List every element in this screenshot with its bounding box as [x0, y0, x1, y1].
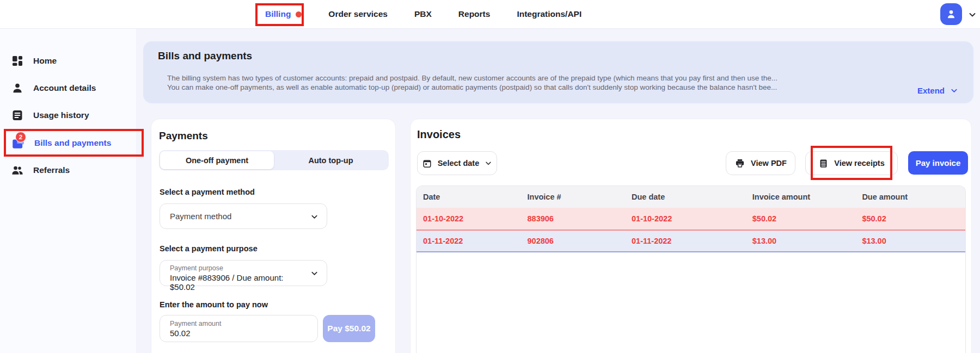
payments-title: Payments [159, 130, 208, 142]
column-header-due-amount: Due amount [855, 186, 965, 208]
bills-notification-badge: 2 [15, 132, 26, 143]
payment-amount-value: 50.02 [170, 329, 310, 338]
view-pdf-label: View PDF [751, 159, 787, 168]
cell-invoice-amount: $13.00 [746, 231, 856, 251]
cell-invoice-number: 902806 [521, 231, 626, 251]
banner-title: Bills and payments [158, 50, 252, 62]
view-receipts-button[interactable]: View receipts [805, 151, 898, 175]
chevron-down-icon [310, 213, 318, 221]
invoice-row-883906[interactable]: 01-10-2022 883906 01-10-2022 $50.02 $50.… [416, 208, 965, 231]
nav-label-order-services: Order services [328, 9, 388, 19]
cell-invoice-number: 883906 [521, 208, 626, 230]
sidebar-label-bills-and-payments: Bills and payments [34, 138, 111, 148]
people-icon [11, 164, 24, 177]
nav-item-integrations-api[interactable]: Integrations/API [517, 9, 581, 19]
column-header-invoice-amount: Invoice amount [746, 186, 856, 208]
user-avatar[interactable] [940, 3, 962, 25]
chevron-down-icon [485, 159, 492, 167]
banner-bullet-1: The billing system has two types of cust… [167, 74, 918, 83]
top-bar: Billing Order services PBX Reports Integ… [0, 0, 980, 29]
sidebar-item-usage-history[interactable]: Usage history [0, 103, 136, 127]
invoices-title: Invoices [417, 128, 461, 141]
payment-amount-label: Enter the amount to pay now [160, 300, 268, 309]
extend-link[interactable]: Extend [917, 86, 958, 95]
column-header-due-date: Due date [625, 186, 746, 208]
payment-purpose-field-label: Payment purpose [170, 264, 305, 272]
tab-one-off-payment[interactable]: One-off payment [160, 151, 274, 169]
payment-purpose-select[interactable]: Payment purpose Invoice #883906 / Due am… [160, 260, 327, 286]
dashboard-icon [11, 54, 24, 67]
select-date-button[interactable]: Select date [417, 151, 497, 175]
invoice-row-902806[interactable]: 01-11-2022 902806 01-11-2022 $13.00 $13.… [416, 231, 965, 252]
receipt-icon [818, 158, 829, 169]
nav-label-integrations-api: Integrations/API [517, 9, 581, 19]
notification-dot-icon [296, 11, 302, 17]
invoices-table-header: Date Invoice # Due date Invoice amount D… [416, 186, 965, 208]
printer-icon [734, 158, 745, 169]
user-icon [945, 8, 957, 20]
tab-auto-top-up[interactable]: Auto top-up [274, 151, 388, 169]
cell-date: 01-10-2022 [416, 208, 521, 230]
payments-panel: Payments One-off payment Auto top-up Sel… [151, 119, 396, 353]
payment-type-tabs: One-off payment Auto top-up [159, 150, 389, 170]
payment-purpose-value: Invoice #883906 / Due amount: $50.02 [170, 273, 305, 292]
cell-due-amount: $13.00 [855, 231, 965, 251]
top-navigation: Billing Order services PBX Reports Integ… [265, 0, 581, 28]
cell-due-date: 01-11-2022 [625, 231, 746, 251]
select-date-label: Select date [438, 159, 480, 168]
nav-label-billing: Billing [265, 9, 291, 19]
nav-item-pbx[interactable]: PBX [414, 9, 432, 19]
cell-date: 01-11-2022 [416, 231, 521, 251]
bills-and-payments-banner: Bills and payments The billing system ha… [143, 41, 973, 103]
document-icon [11, 109, 24, 122]
invoices-table: Date Invoice # Due date Invoice amount D… [416, 185, 966, 353]
nav-label-reports: Reports [458, 9, 491, 19]
sidebar-label-home: Home [33, 56, 57, 66]
nav-item-billing[interactable]: Billing [265, 9, 302, 19]
sidebar-item-referrals[interactable]: Referrals [0, 158, 136, 182]
view-receipts-label: View receipts [834, 159, 884, 168]
sidebar-label-usage-history: Usage history [33, 110, 89, 120]
sidebar-item-account-details[interactable]: Account details [0, 76, 136, 100]
cell-due-amount: $50.02 [855, 208, 965, 230]
chevron-down-icon [950, 86, 958, 95]
calendar-icon [422, 158, 432, 169]
sidebar: Home Account details Usage history Bills… [0, 29, 136, 353]
payment-method-select[interactable]: Payment method [160, 203, 327, 229]
sidebar-label-account-details: Account details [33, 83, 96, 93]
chevron-down-icon [310, 269, 318, 277]
banner-bullet-2: You can make one-off payments, as well a… [167, 83, 918, 92]
banner-bullet-list: The billing system has two types of cust… [167, 74, 918, 92]
cell-due-date: 01-10-2022 [625, 208, 746, 230]
payment-method-placeholder: Payment method [170, 212, 231, 221]
pay-invoice-button[interactable]: Pay invoice [908, 151, 968, 175]
payment-purpose-label: Select a payment purpose [160, 244, 258, 253]
payment-method-label: Select a payment method [160, 188, 255, 196]
account-menu-chevron-down-icon[interactable] [968, 10, 977, 19]
person-icon [11, 82, 24, 95]
payment-amount-input[interactable]: Payment amount 50.02 [160, 315, 318, 342]
payment-amount-field-label: Payment amount [170, 320, 310, 327]
sidebar-item-home[interactable]: Home [0, 49, 136, 73]
sidebar-label-referrals: Referrals [33, 165, 70, 175]
invoices-panel: Invoices Select date View PDF View recei… [410, 119, 972, 353]
cell-invoice-amount: $50.02 [746, 208, 856, 230]
nav-item-order-services[interactable]: Order services [328, 9, 388, 19]
column-header-date: Date [416, 186, 521, 208]
view-pdf-button[interactable]: View PDF [726, 151, 795, 175]
column-header-invoice-number: Invoice # [521, 186, 626, 208]
nav-item-reports[interactable]: Reports [458, 9, 491, 19]
nav-label-pbx: PBX [414, 9, 432, 19]
extend-label: Extend [917, 86, 945, 95]
pay-button[interactable]: Pay $50.02 [323, 315, 375, 342]
